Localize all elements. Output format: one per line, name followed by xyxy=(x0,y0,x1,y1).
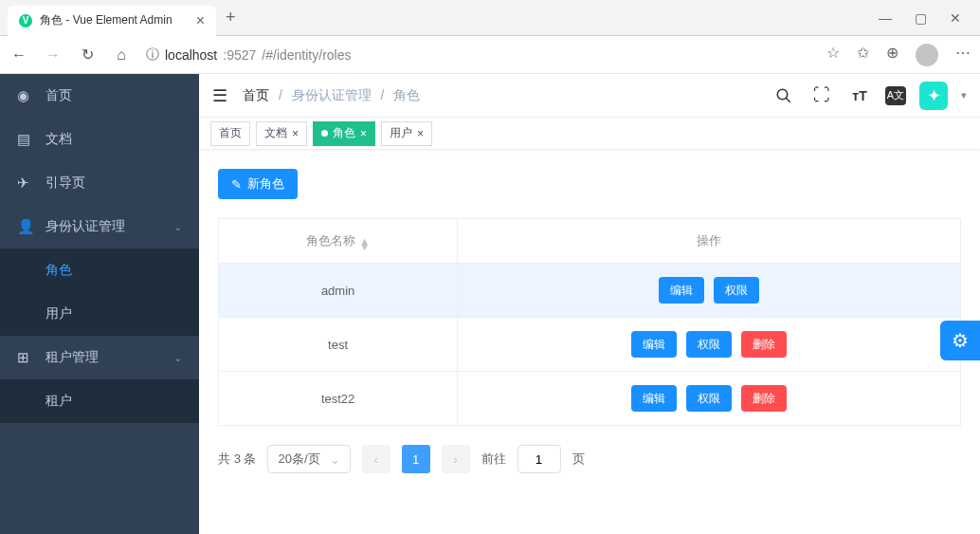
page-number[interactable]: 1 xyxy=(402,445,430,473)
browser-tab[interactable]: V 角色 - Vue Element Admin × xyxy=(8,6,216,36)
cell-actions: 编辑权限删除 xyxy=(458,318,961,372)
cell-name: admin xyxy=(219,264,458,318)
goto-label: 前往 xyxy=(481,451,506,468)
breadcrumb-item: 角色 xyxy=(393,87,420,102)
goto-page-input[interactable] xyxy=(517,445,561,473)
svg-line-1 xyxy=(786,98,790,102)
back-icon[interactable]: ← xyxy=(9,46,28,64)
sidebar-label: 用户 xyxy=(45,305,72,322)
cell-actions: 编辑权限 xyxy=(458,264,961,318)
app-logo[interactable]: ✦ xyxy=(919,82,948,110)
breadcrumb-item[interactable]: 身份认证管理 xyxy=(292,87,372,102)
cell-actions: 编辑权限删除 xyxy=(458,372,961,426)
chevron-down-icon: ⌄ xyxy=(173,352,182,364)
delete-button[interactable]: 删除 xyxy=(741,331,787,358)
document-icon: ▤ xyxy=(17,131,32,148)
breadcrumb-item[interactable]: 首页 xyxy=(243,87,269,102)
maximize-icon[interactable]: ▢ xyxy=(915,10,927,26)
new-tab-button[interactable]: + xyxy=(226,8,236,28)
sidebar-item-tenants[interactable]: 租户 xyxy=(0,379,199,423)
fullscreen-icon[interactable]: ⛶ xyxy=(809,83,834,108)
perm-button[interactable]: 权限 xyxy=(686,331,732,358)
star-icon[interactable]: ☆ xyxy=(826,44,840,66)
roles-table: 角色名称▲▼ 操作 admin编辑权限test编辑权限删除test22编辑权限删… xyxy=(218,218,961,426)
info-icon[interactable]: ⓘ xyxy=(146,46,159,64)
forward-icon[interactable]: → xyxy=(44,46,63,64)
tag-users[interactable]: 用户× xyxy=(381,121,432,146)
settings-fab[interactable]: ⚙ xyxy=(940,321,980,360)
caret-down-icon[interactable]: ▾ xyxy=(961,89,967,101)
sidebar-item-docs[interactable]: ▤文档 xyxy=(0,118,199,161)
tag-label: 角色 xyxy=(333,125,355,141)
table-row: admin编辑权限 xyxy=(219,264,961,318)
page-size-select[interactable]: 20条/页⌄ xyxy=(267,445,350,473)
goto-suffix: 页 xyxy=(572,451,585,468)
pagination: 共 3 条 20条/页⌄ ‹ 1 › 前往 页 xyxy=(218,445,961,473)
vue-favicon: V xyxy=(19,14,32,28)
tag-label: 文档 xyxy=(264,125,287,141)
table-row: test编辑权限删除 xyxy=(219,318,961,372)
close-tab-icon[interactable]: × xyxy=(196,12,205,29)
sidebar-item-roles[interactable]: 角色 xyxy=(0,249,199,292)
new-role-button[interactable]: ✎ 新角色 xyxy=(218,169,298,199)
column-header-name[interactable]: 角色名称▲▼ xyxy=(219,219,458,264)
search-icon[interactable] xyxy=(771,83,796,108)
close-icon[interactable]: × xyxy=(292,127,299,140)
hamburger-icon[interactable]: ☰ xyxy=(212,85,227,106)
tags-view: 首页 文档× 角色× 用户× xyxy=(199,118,980,150)
edit-button[interactable]: 编辑 xyxy=(659,277,704,304)
sidebar-item-tenant[interactable]: ⊞租户管理⌄ xyxy=(0,336,199,379)
button-label: 新角色 xyxy=(247,175,284,193)
gear-icon: ⚙ xyxy=(952,329,969,352)
tag-home[interactable]: 首页 xyxy=(210,121,250,146)
prev-page-button[interactable]: ‹ xyxy=(362,445,390,473)
profile-avatar[interactable] xyxy=(916,44,938,66)
window-controls: — ▢ ✕ xyxy=(879,10,980,26)
chevron-down-icon: ⌄ xyxy=(173,221,182,233)
guide-icon: ✈ xyxy=(17,175,32,192)
table-row: test22编辑权限删除 xyxy=(219,372,961,426)
perm-button[interactable]: 权限 xyxy=(714,277,759,304)
tag-roles[interactable]: 角色× xyxy=(313,121,375,146)
perm-button[interactable]: 权限 xyxy=(686,385,732,412)
edit-button[interactable]: 编辑 xyxy=(631,331,677,358)
close-window-icon[interactable]: ✕ xyxy=(950,10,961,26)
cell-name: test xyxy=(219,318,458,372)
url-port: :9527 xyxy=(223,47,256,63)
browser-tab-bar: V 角色 - Vue Element Admin × + — ▢ ✕ xyxy=(0,0,980,36)
sidebar-item-home[interactable]: ◉首页 xyxy=(0,74,199,118)
sidebar-item-identity[interactable]: 👤身份认证管理⌄ xyxy=(0,205,199,249)
svg-point-0 xyxy=(777,89,788,100)
more-icon[interactable]: ⋯ xyxy=(955,44,971,66)
tab-title: 角色 - Vue Element Admin xyxy=(40,12,172,28)
sort-icon[interactable]: ▲▼ xyxy=(359,238,370,249)
breadcrumb: 首页 / 身份认证管理 / 角色 xyxy=(243,87,420,104)
sidebar-label: 文档 xyxy=(45,131,72,148)
sidebar-item-guide[interactable]: ✈引导页 xyxy=(0,161,199,205)
favorites-icon[interactable]: ✩ xyxy=(857,44,869,66)
tag-label: 首页 xyxy=(219,125,242,141)
home-icon[interactable]: ⌂ xyxy=(112,46,131,64)
next-page-button[interactable]: › xyxy=(442,445,470,473)
close-icon[interactable]: × xyxy=(360,127,367,140)
sidebar-label: 首页 xyxy=(45,87,72,104)
sidebar: ◉首页 ▤文档 ✈引导页 👤身份认证管理⌄ 角色 用户 ⊞租户管理⌄ 租户 xyxy=(0,74,199,534)
sidebar-label: 租户管理 xyxy=(45,349,99,366)
font-size-icon[interactable]: тT xyxy=(847,83,872,108)
active-dot-icon xyxy=(321,130,328,137)
sidebar-label: 角色 xyxy=(45,262,72,279)
collections-icon[interactable]: ⊕ xyxy=(886,44,898,66)
url-input[interactable]: ⓘ localhost:9527/#/identity/roles xyxy=(146,46,811,64)
close-icon[interactable]: × xyxy=(417,127,424,140)
header-label: 操作 xyxy=(697,233,721,248)
sidebar-label: 租户 xyxy=(45,393,72,410)
language-icon[interactable]: A文 xyxy=(885,86,906,105)
select-value: 20条/页 xyxy=(278,451,319,468)
tenant-icon: ⊞ xyxy=(17,349,32,366)
refresh-icon[interactable]: ↻ xyxy=(78,46,97,64)
minimize-icon[interactable]: — xyxy=(879,10,892,26)
tag-docs[interactable]: 文档× xyxy=(256,121,307,146)
delete-button[interactable]: 删除 xyxy=(741,385,787,412)
edit-button[interactable]: 编辑 xyxy=(631,385,677,412)
sidebar-item-users[interactable]: 用户 xyxy=(0,292,199,336)
